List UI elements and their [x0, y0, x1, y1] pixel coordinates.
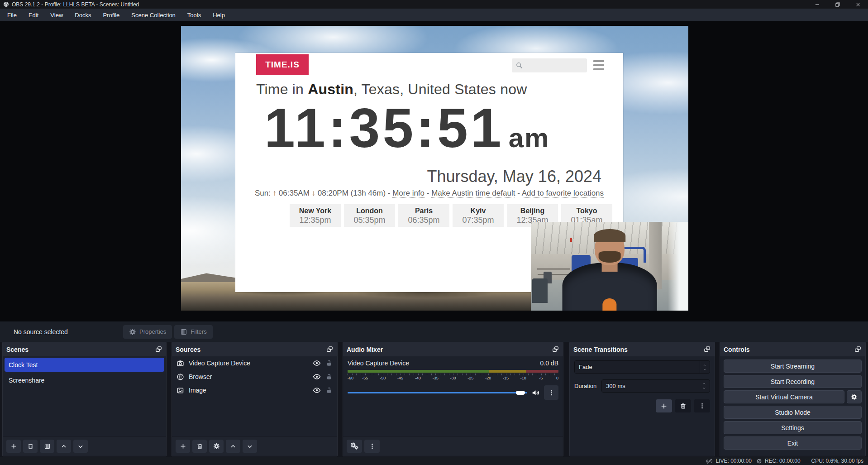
remove-transition-button[interactable] [675, 399, 691, 412]
popout-icon[interactable] [326, 345, 334, 353]
move-source-down-button[interactable] [243, 440, 257, 453]
maximize-button[interactable] [827, 0, 848, 9]
city-card: New York12:35pm [290, 204, 341, 227]
duration-spinbox[interactable]: 300 ms [601, 379, 710, 393]
camera-icon [176, 360, 184, 367]
controls-panel-title: Controls [724, 346, 750, 353]
titlebar: OBS 29.1.2 - Profile: LLHLS BETA - Scene… [0, 0, 868, 9]
close-button[interactable] [848, 0, 868, 9]
volume-slider-handle[interactable] [516, 391, 525, 395]
settings-button[interactable]: Settings [724, 421, 862, 434]
obs-logo-icon [3, 1, 9, 7]
sources-panel: Sources Video Capture Device Browser [172, 342, 338, 456]
visibility-eye-icon[interactable] [313, 359, 321, 367]
timeis-search-input [512, 58, 587, 72]
timeis-heading: Time in Austin, Texas, United States now [256, 81, 527, 98]
more-info-link: More info [392, 189, 424, 198]
popout-icon[interactable] [155, 345, 162, 353]
exit-button[interactable]: Exit [724, 436, 862, 450]
menu-item-scene-collection[interactable]: Scene Collection [125, 9, 181, 21]
office-window [668, 222, 688, 311]
virtual-camera-config-button[interactable] [847, 390, 862, 403]
lock-icon[interactable] [325, 373, 333, 380]
start-recording-button[interactable]: Start Recording [724, 375, 862, 388]
scene-filters-button[interactable] [40, 440, 54, 453]
scenes-panel-title: Scenes [6, 346, 29, 353]
menubar: File Edit View Docks Profile Scene Colle… [0, 9, 868, 21]
city-card: London05:35pm [344, 204, 395, 227]
add-transition-button[interactable] [656, 399, 672, 412]
source-status-text: No source selected [14, 328, 123, 336]
start-virtual-camera-button[interactable]: Start Virtual Camera [724, 390, 844, 403]
move-source-up-button[interactable] [226, 440, 240, 453]
add-scene-button[interactable] [6, 440, 21, 453]
source-properties-button[interactable] [209, 440, 224, 453]
webcam-video-source[interactable] [531, 222, 688, 311]
filter-icon [180, 328, 187, 336]
meter-tick-labels: -60 -55 -50 -45 -40 -35 -30 -25 -20 -15 … [348, 376, 558, 381]
scenes-panel: Scenes Clock Test Screenshare [2, 342, 167, 456]
sun-info-line: Sun: ↑ 06:35AM ↓ 08:20PM (13h 46m) - Mor… [235, 189, 623, 198]
lock-icon[interactable] [325, 360, 333, 367]
start-streaming-button[interactable]: Start Streaming [724, 360, 862, 373]
source-row-image[interactable]: Image [172, 384, 337, 397]
window-title: OBS 29.1.2 - Profile: LLHLS BETA - Scene… [12, 1, 139, 8]
source-row-video-capture[interactable]: Video Capture Device [172, 356, 337, 370]
minimize-button[interactable] [807, 0, 827, 9]
popout-icon[interactable] [552, 345, 559, 353]
volume-slider[interactable] [348, 390, 527, 396]
controls-panel: Controls Start Streaming Start Recording… [720, 342, 866, 456]
person-hair [594, 229, 625, 242]
audio-mixer-title: Audio Mixer [347, 346, 383, 353]
transitions-panel-title: Scene Transitions [573, 346, 628, 353]
gear-icon [851, 393, 858, 400]
preview-area: TIME.IS Time in Austin, Texas, United St… [0, 21, 868, 321]
record-inactive-icon [756, 458, 762, 464]
popout-icon[interactable] [703, 345, 711, 353]
audio-mixer-panel: Audio Mixer Video Capture Device 0.0 dB … [343, 342, 563, 456]
remove-scene-button[interactable] [23, 440, 38, 453]
menu-item-help[interactable]: Help [207, 9, 231, 21]
move-scene-down-button[interactable] [73, 440, 88, 453]
popout-icon[interactable] [854, 345, 862, 353]
cpu-fps-stats: CPU: 0.6%, 30.00 fps [811, 458, 863, 464]
hamburger-menu-icon [593, 60, 604, 70]
obs-window: OBS 29.1.2 - Profile: LLHLS BETA - Scene… [0, 0, 868, 465]
menu-item-tools[interactable]: Tools [181, 9, 207, 21]
speaker-icon[interactable] [531, 388, 540, 397]
studio-mode-button[interactable]: Studio Mode [724, 406, 862, 419]
search-icon [515, 62, 523, 69]
scene-item-screenshare[interactable]: Screenshare [5, 373, 164, 387]
video-canvas[interactable]: TIME.IS Time in Austin, Texas, United St… [181, 26, 688, 311]
scene-item-clock-test[interactable]: Clock Test [5, 358, 164, 372]
mixer-channel-menu-button[interactable] [544, 385, 558, 400]
advanced-audio-button[interactable] [347, 440, 362, 453]
properties-button[interactable]: Properties [123, 325, 172, 339]
spinner-arrows-icon[interactable] [701, 382, 710, 390]
menu-item-profile[interactable]: Profile [97, 9, 125, 21]
transition-menu-button[interactable] [694, 399, 710, 412]
visibility-eye-icon[interactable] [313, 373, 321, 381]
dock-area: Scenes Clock Test Screenshare Sources [0, 342, 868, 457]
menu-item-docks[interactable]: Docks [69, 9, 97, 21]
source-row-browser[interactable]: Browser [172, 370, 337, 384]
menu-item-file[interactable]: File [1, 9, 23, 21]
timeis-logo: TIME.IS [256, 54, 309, 75]
add-source-button[interactable] [176, 440, 190, 453]
add-favorite-link: Add to favorite locations [522, 189, 604, 198]
transition-select[interactable]: Fade [574, 360, 710, 374]
menu-item-edit[interactable]: Edit [23, 9, 44, 21]
image-icon [176, 387, 184, 394]
clock-ampm: am [509, 123, 550, 153]
mixer-menu-button[interactable] [364, 440, 380, 453]
menu-item-view[interactable]: View [44, 9, 69, 21]
timeis-date: Thursday, May 16, 2024 [427, 167, 601, 186]
move-scene-up-button[interactable] [57, 440, 71, 453]
window-controls [807, 0, 868, 9]
filters-button[interactable]: Filters [174, 325, 212, 339]
lock-icon[interactable] [325, 387, 333, 394]
remove-source-button[interactable] [192, 440, 207, 453]
clock-time: 11:35:51 [264, 97, 504, 159]
sources-panel-title: Sources [176, 346, 200, 353]
visibility-eye-icon[interactable] [313, 386, 321, 394]
